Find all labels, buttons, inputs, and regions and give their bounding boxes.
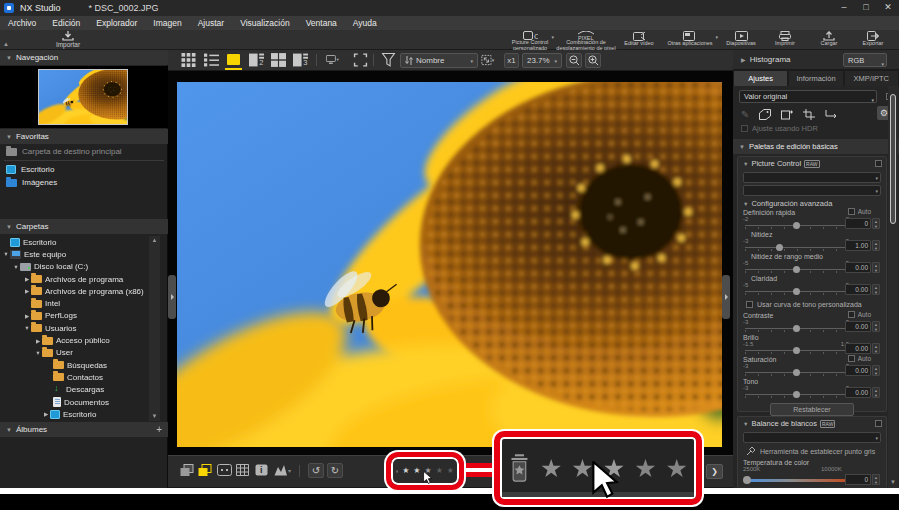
preset-dropdown[interactable]: Valor original▾: [739, 90, 877, 103]
thumbnail-grid-view-icon[interactable]: [181, 53, 196, 67]
value-spinner[interactable]: ▲▼: [872, 284, 880, 295]
aspect-ratio-icon[interactable]: [217, 464, 232, 476]
temperature-gradient-track[interactable]: [745, 479, 849, 482]
retouch-brush-icon[interactable]: ✎: [741, 109, 749, 120]
collapsed-arrow-icon[interactable]: ▶: [23, 288, 31, 294]
image-info-view-icon[interactable]: 3: [293, 53, 308, 67]
expanded-arrow-icon[interactable]: ▼: [23, 325, 31, 331]
slider-handle[interactable]: [793, 391, 800, 398]
other-apps-button[interactable]: ▾ Otras aplicaciones: [661, 30, 719, 50]
gray-point-tool[interactable]: Herramienta de establecer punto gris: [746, 446, 881, 456]
crop-icon[interactable]: [803, 109, 815, 120]
tree-item-usuarios[interactable]: ▼Usuarios: [0, 322, 149, 334]
info-overlay-icon[interactable]: i: [255, 464, 268, 476]
menu-explorador[interactable]: Explorador: [88, 16, 145, 30]
reset-button[interactable]: Restablecer: [770, 403, 854, 416]
scroll-down-icon[interactable]: ▼: [149, 412, 160, 421]
tree-item-descargas[interactable]: Descargas: [0, 384, 149, 396]
navigation-header[interactable]: ▼Navegación: [0, 50, 168, 65]
favorite-main-destination[interactable]: Carpeta de destino principal: [0, 145, 168, 158]
minimize-button[interactable]: –: [833, 0, 855, 16]
hdr-checkbox[interactable]: [741, 125, 748, 132]
slider-handle[interactable]: [793, 369, 800, 376]
zoom-1to1-button[interactable]: x1: [504, 53, 519, 68]
collapsed-arrow-icon[interactable]: ▶: [23, 313, 31, 319]
albums-header[interactable]: ▼Álbumes+: [0, 422, 168, 437]
grid-overlay-icon[interactable]: [236, 464, 249, 476]
white-balance-header[interactable]: ▼Balance de blancosRAW: [738, 417, 886, 430]
auto-checkbox[interactable]: [848, 208, 855, 215]
slider-value[interactable]: 0.00: [845, 321, 871, 332]
tree-scrollbar[interactable]: ▲ ▼: [149, 236, 160, 421]
sort-dropdown[interactable]: Nombre ▾: [400, 53, 478, 68]
tone-curve-checkbox[interactable]: [746, 301, 753, 308]
expanded-arrow-icon[interactable]: ▼: [2, 251, 10, 257]
white-balance-dropdown[interactable]: ▾: [743, 432, 881, 443]
slider-value[interactable]: 0.00: [845, 365, 871, 376]
export-button[interactable]: Exportar: [851, 30, 895, 50]
menu-imagen[interactable]: Imagen: [145, 16, 189, 30]
expanded-arrow-icon[interactable]: ▼: [34, 350, 42, 356]
tree-item-archivos-programa-x86[interactable]: ▶Archivos de programa (x86): [0, 285, 149, 297]
tree-item-escritorio-user[interactable]: ▶Escritorio: [0, 408, 149, 420]
upload-button[interactable]: Cargar: [807, 30, 851, 50]
scroll-up-icon[interactable]: ▲: [149, 236, 160, 245]
remove-rating-trash-icon[interactable]: [396, 466, 398, 477]
toolbar-collapse-icon[interactable]: ▲: [3, 41, 9, 47]
left-panel-collapse-handle[interactable]: [168, 275, 176, 319]
tree-item-busquedas[interactable]: Búsquedas: [0, 359, 149, 371]
tab-xmp-iptc[interactable]: XMP/IPTC: [844, 70, 899, 86]
basic-palettes-header[interactable]: ▼Paletas de edición básicas: [733, 139, 899, 154]
filter-icon[interactable]: [381, 53, 396, 67]
rating-star-4[interactable]: ★: [436, 467, 443, 475]
image-view-icon-selected[interactable]: [227, 54, 240, 65]
compare-images-icon[interactable]: [180, 464, 194, 477]
collapsed-arrow-icon[interactable]: ▶: [34, 338, 42, 344]
slider-value[interactable]: 0.00: [845, 284, 871, 295]
collapsed-arrow-icon[interactable]: ▶: [23, 276, 31, 282]
next-panel-button[interactable]: ❯: [706, 464, 723, 479]
slider-handle[interactable]: [793, 288, 800, 295]
add-album-button[interactable]: +: [156, 422, 162, 437]
value-spinner[interactable]: ▲▼: [872, 343, 880, 354]
favorite-desktop[interactable]: Escritorio: [0, 163, 168, 176]
tab-ajustes[interactable]: Ajustes: [733, 70, 788, 86]
zoom-level-dropdown[interactable]: 23.7%▾: [522, 53, 562, 68]
value-spinner[interactable]: ▲▼: [872, 218, 880, 229]
value-spinner[interactable]: ▲▼: [872, 240, 880, 251]
slider-value[interactable]: 0.00: [845, 387, 871, 398]
picture-control-header[interactable]: ▼Picture ControlRAW: [738, 157, 886, 170]
label-add-icon[interactable]: [781, 109, 793, 120]
maximize-button[interactable]: □: [855, 0, 877, 16]
tree-item-disco-local[interactable]: ▼Disco local (C:): [0, 261, 149, 273]
rotate-left-button[interactable]: ↺: [308, 463, 324, 478]
rating-star-2[interactable]: ★: [413, 467, 420, 475]
right-panel-collapse-handle[interactable]: [722, 275, 730, 319]
rotate-right-button[interactable]: ↻: [327, 463, 343, 478]
tree-item-intel[interactable]: Intel: [0, 297, 149, 309]
menu-archivo[interactable]: Archivo: [0, 16, 44, 30]
image-filmstrip-view-icon[interactable]: 2: [249, 53, 264, 67]
rating-star-5[interactable]: ★: [447, 467, 454, 475]
scrollbar-thumb[interactable]: [890, 94, 896, 224]
tree-item-este-equipo[interactable]: ▼Este equipo: [0, 248, 149, 260]
tree-item-archivos-programa[interactable]: ▶Archivos de programa: [0, 273, 149, 285]
pixel-shift-button[interactable]: PIXEL Combinación de desplazamiento de p…: [555, 30, 617, 50]
tree-item-user[interactable]: ▼User: [0, 347, 149, 359]
slider-value[interactable]: 1.00: [845, 240, 871, 251]
tree-item-contactos[interactable]: Contactos: [0, 371, 149, 383]
list-view-icon[interactable]: [204, 53, 219, 67]
zoom-out-button[interactable]: [566, 53, 582, 68]
slider-handle[interactable]: [743, 476, 751, 484]
panel-scrollbar[interactable]: ▼: [888, 86, 898, 488]
white-balance-checkbox[interactable]: [875, 420, 882, 427]
slider-handle[interactable]: [776, 244, 783, 251]
picture-control-checkbox[interactable]: [875, 160, 882, 167]
histogram-overlay-icon[interactable]: ▾: [274, 464, 293, 476]
collapsed-arrow-icon[interactable]: ▶: [42, 411, 50, 417]
menu-ventana[interactable]: Ventana: [298, 16, 345, 30]
tree-item-documentos[interactable]: Documentos: [0, 396, 149, 408]
auto-checkbox[interactable]: [848, 311, 855, 318]
slider-value[interactable]: 0.00: [845, 343, 871, 354]
slider-value[interactable]: 0: [845, 218, 871, 229]
